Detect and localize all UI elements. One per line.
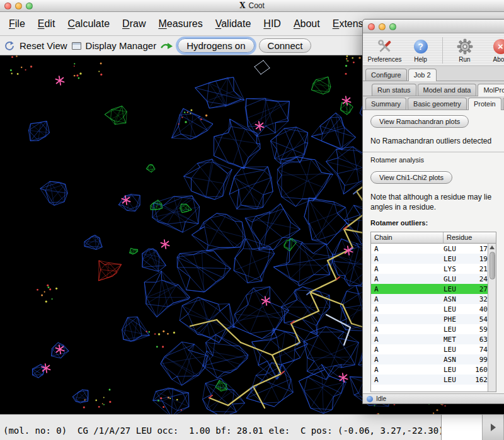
dialog-close-button[interactable] (368, 23, 375, 30)
atom-info-text: (mol. no: 0) CG /1/A/27 LEU occ: 1.00 bf… (3, 426, 444, 436)
table-scrollbar[interactable] (488, 244, 496, 392)
view-ramachandran-plots-button[interactable]: View Ramachandran plots (370, 115, 469, 128)
coot-titlebar[interactable]: XCoot (0, 0, 504, 12)
run-gear-icon (457, 37, 473, 55)
rotamer-note-line1: Note that although a residue may lie (370, 193, 504, 201)
validation-tabs: Summary Basic geometry Protein C (363, 96, 504, 110)
toolbar-separator (442, 37, 443, 64)
ramachandran-message: No Ramachandran outliers detected (370, 137, 504, 145)
scrollbar-thumb[interactable] (490, 252, 495, 279)
tab-model-and-data[interactable]: Model and data (418, 84, 477, 96)
menu-validate[interactable]: Validate (209, 15, 258, 33)
rotamer-outlier-row[interactable]: AGLU24 (371, 274, 488, 284)
status-orb-icon (367, 396, 373, 402)
rotamer-outlier-row[interactable]: ALYS21 (371, 264, 488, 274)
scroll-right-button[interactable] (483, 415, 504, 440)
preferences-button[interactable]: Preferences (367, 37, 403, 63)
separator (363, 152, 504, 152)
tab-protein[interactable]: Protein (468, 98, 501, 110)
abort-icon: × (493, 37, 504, 55)
dialog-minimize-button[interactable] (379, 23, 386, 30)
menu-about[interactable]: About (287, 15, 326, 33)
corner-scrollbar (441, 415, 504, 440)
rotamer-outlier-row[interactable]: AASN32 (371, 294, 488, 304)
screen: XCoot FileEditCalculateDrawMeasuresValid… (0, 0, 504, 440)
rotamer-outlier-row[interactable]: APHE54 (371, 314, 488, 324)
window-title: XCoot (0, 1, 504, 10)
dialog-zoom-button[interactable] (389, 23, 396, 30)
scroll-up-arrow-icon (490, 245, 495, 249)
dialog-toolbar: Preferences ? Help (363, 33, 504, 66)
reset-view-button[interactable]: Reset View (20, 40, 67, 51)
rotamer-outlier-row[interactable]: AMET63 (371, 334, 488, 344)
scrollbar-track[interactable] (442, 415, 483, 440)
run-label: Run (459, 56, 470, 63)
status-text: Idle (376, 395, 386, 402)
rotamer-outlier-row[interactable]: ALEU162 (371, 375, 488, 385)
tab-configure[interactable]: Configure (365, 69, 407, 81)
help-icon: ? (414, 37, 428, 55)
hydrogens-toggle-button[interactable]: Hydrogens on (178, 38, 254, 53)
menu-calculate[interactable]: Calculate (61, 15, 116, 33)
tab-basic-geometry[interactable]: Basic geometry (408, 98, 467, 110)
display-manager-icon[interactable] (72, 42, 81, 50)
tab-molprobity[interactable]: MolProbity (478, 84, 504, 96)
coot-statusbar: (mol. no: 0) CG /1/A/27 LEU occ: 1.00 bf… (0, 414, 504, 440)
dialog-window-controls (368, 23, 396, 30)
rotamer-outlier-row[interactable]: ALEU27 (371, 284, 488, 294)
rotamer-outlier-row[interactable]: ALEU59 (371, 324, 488, 334)
rotamer-outliers-label: Rotamer outliers: (370, 219, 504, 227)
rotamer-outlier-row[interactable]: AASN99 (371, 354, 488, 364)
column-header-chain[interactable]: Chain (371, 232, 444, 243)
scroll-right-arrow-icon (491, 424, 496, 431)
rotamer-outlier-row[interactable]: ALEU160 (371, 364, 488, 375)
preferences-icon (376, 37, 394, 55)
abort-label: Abort (493, 56, 504, 63)
green-arrow-icon[interactable] (161, 42, 173, 50)
display-manager-button[interactable]: Display Manager (86, 40, 157, 51)
help-label: Help (414, 56, 427, 63)
help-button[interactable]: ? Help (403, 37, 438, 63)
dialog-titlebar[interactable] (363, 20, 504, 33)
column-header-residue[interactable]: Residue (444, 232, 496, 243)
window-title-text: Coot (248, 1, 264, 10)
rotamer-note-line2: angles in a residue. (370, 203, 504, 212)
rotamer-outliers-table: Chain Residue AGLU17ALEU19ALYS21AGLU24AL… (370, 232, 496, 392)
table-body: AGLU17ALEU19ALYS21AGLU24ALEU27AASN32ALEU… (371, 244, 488, 392)
molprobity-window: Preferences ? Help (362, 19, 504, 404)
table-header: Chain Residue (371, 232, 496, 244)
rotamer-section-title: Rotamer analysis (370, 156, 504, 164)
tab-run-status[interactable]: Run status (372, 84, 416, 96)
run-button[interactable]: Run (447, 37, 483, 63)
tab-job-2[interactable]: Job 2 (408, 69, 437, 81)
menu-edit[interactable]: Edit (32, 15, 62, 33)
preferences-label: Preferences (368, 56, 402, 63)
x11-icon: X (239, 1, 245, 10)
tab-summary[interactable]: Summary (365, 98, 406, 110)
rotamer-outlier-row[interactable]: ALEU74 (371, 344, 488, 354)
abort-button[interactable]: × Abort (483, 37, 504, 63)
dialog-statusbar: Idle (363, 393, 504, 403)
view-chi1-chi2-plots-button[interactable]: View Chi1-Chi2 plots (370, 171, 452, 184)
job-tabs: Configure Job 2 (363, 66, 504, 81)
section-tabs: Run status Model and data MolProbity (363, 81, 504, 96)
reset-view-icon[interactable] (4, 40, 15, 52)
menu-draw[interactable]: Draw (116, 15, 152, 33)
menu-file[interactable]: File (3, 15, 32, 33)
rotamer-outlier-row[interactable]: AGLU17 (371, 244, 488, 254)
menu-hid[interactable]: HID (257, 15, 287, 33)
protein-validation-panel: View Ramachandran plots No Ramachandran … (363, 110, 504, 395)
connect-button[interactable]: Connect (259, 38, 312, 53)
rotamer-outlier-row[interactable]: ALEU19 (371, 254, 488, 264)
menu-measures[interactable]: Measures (152, 15, 209, 33)
rotamer-outlier-row[interactable]: ALEU40 (371, 304, 488, 314)
